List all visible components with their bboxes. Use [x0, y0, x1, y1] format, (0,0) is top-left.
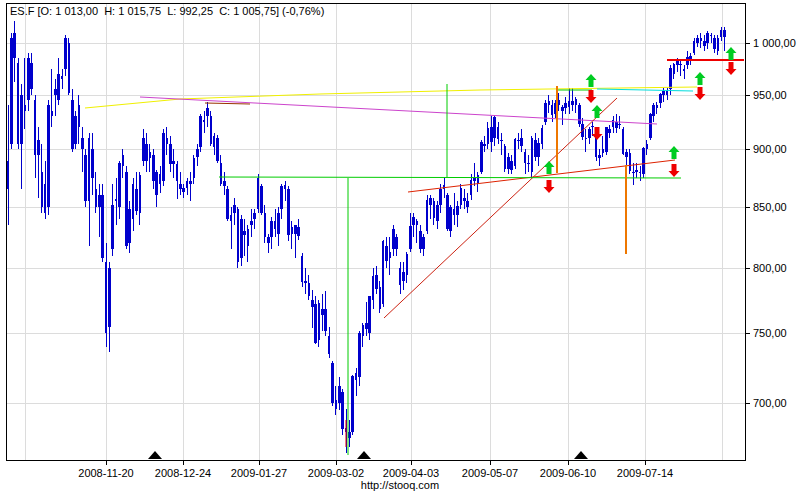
candle-body	[314, 304, 317, 343]
candle-body	[575, 99, 578, 105]
candle-body	[311, 300, 314, 307]
candle-body	[41, 172, 44, 207]
candle-body	[186, 181, 189, 188]
candle-body	[233, 205, 236, 213]
candle-body	[443, 185, 446, 190]
candle-body	[497, 127, 500, 139]
candle-body	[264, 213, 267, 237]
candle-body	[338, 386, 341, 403]
candle-body	[395, 237, 398, 249]
candle-body	[673, 64, 676, 73]
candle	[351, 375, 354, 436]
candle	[504, 144, 507, 172]
candle	[544, 100, 547, 125]
x-axis-label: 2009-07-14	[617, 467, 673, 479]
candle-body	[247, 229, 250, 246]
candle-body	[115, 199, 118, 201]
candle-body	[439, 189, 442, 204]
candle-body	[199, 116, 202, 147]
candle-body	[135, 189, 138, 210]
candle-body	[466, 201, 469, 207]
candle-body	[155, 172, 158, 195]
candle-body	[700, 38, 703, 41]
candle	[68, 38, 71, 95]
candle-body	[625, 152, 628, 158]
candle-body	[308, 283, 311, 296]
candle-body	[250, 221, 253, 225]
candle-body	[284, 185, 287, 190]
candle-body	[91, 149, 94, 177]
candle-body	[612, 120, 615, 128]
candle	[605, 127, 608, 155]
candle-body	[402, 272, 405, 281]
candle-body	[331, 363, 334, 403]
candle	[480, 140, 483, 174]
candle	[162, 129, 165, 186]
candle-body	[470, 180, 473, 195]
price-chart: 1 000,00950,00900,00850,00800,00750,0070…	[0, 0, 800, 500]
y-axis-label: 800,00	[753, 262, 787, 274]
candle-body	[267, 237, 270, 243]
candle-body	[642, 148, 645, 174]
candle-body	[453, 209, 456, 215]
candle-body	[260, 186, 263, 213]
candle-body	[564, 103, 567, 107]
candle-body	[706, 33, 709, 43]
candle	[514, 138, 517, 168]
candle-body	[490, 127, 493, 141]
candle-body	[372, 276, 375, 300]
candle-body	[68, 43, 71, 93]
candle-body	[61, 76, 64, 79]
candle-body	[689, 56, 692, 59]
candle-body	[656, 105, 659, 107]
candle-body	[460, 188, 463, 204]
candle-body	[280, 186, 283, 210]
candle-body	[13, 33, 16, 58]
candle-body	[152, 155, 155, 181]
candle-body	[122, 155, 125, 166]
candle	[226, 186, 229, 222]
candle-body	[375, 275, 378, 289]
candle	[578, 103, 581, 127]
candle-body	[257, 178, 260, 210]
candle	[237, 207, 240, 268]
candle-body	[57, 74, 60, 100]
candle-body	[622, 129, 625, 153]
candle-body	[591, 126, 594, 127]
candle	[199, 114, 202, 152]
candle-body	[483, 144, 486, 146]
candle-body	[585, 138, 588, 139]
chart-background	[0, 0, 800, 500]
candle-body	[406, 254, 409, 274]
candle	[341, 389, 344, 436]
candle-body	[703, 41, 706, 46]
candle-body	[159, 174, 162, 183]
x-axis-label: 2009-01-27	[231, 467, 287, 479]
candle-body	[193, 158, 196, 177]
candle-body	[365, 323, 368, 330]
candle	[642, 147, 645, 178]
candle-body	[568, 101, 571, 106]
candle-body	[142, 138, 145, 160]
candle	[216, 135, 219, 163]
candle-body	[652, 105, 655, 116]
candle-body	[294, 225, 297, 233]
candle-body	[399, 268, 402, 285]
candle-body	[355, 373, 358, 380]
candle-body	[480, 142, 483, 173]
candle-body	[71, 100, 74, 149]
candle	[426, 195, 429, 233]
candle-body	[230, 215, 233, 221]
candle-body	[321, 309, 324, 314]
candle	[531, 136, 534, 178]
x-axis-label: 2009-05-07	[462, 467, 518, 479]
candle-body	[436, 205, 439, 222]
candle-body	[166, 138, 169, 144]
candle-body	[602, 149, 605, 152]
candle-body	[676, 61, 679, 65]
candle-body	[287, 189, 290, 234]
candle	[622, 127, 625, 155]
candle-body	[500, 140, 503, 141]
candle-body	[389, 252, 392, 258]
candle-body	[429, 198, 432, 205]
